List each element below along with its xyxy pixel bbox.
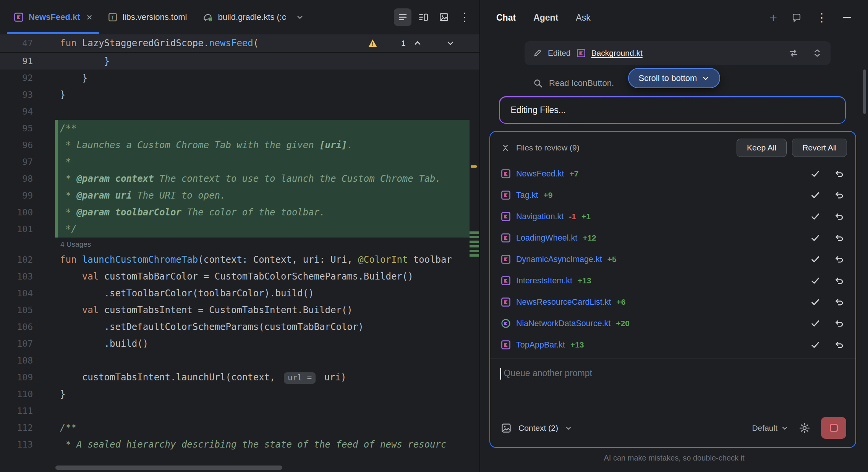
keep-check-icon[interactable]: [810, 233, 820, 243]
line-number[interactable]: 92: [0, 70, 57, 86]
history-icon[interactable]: [792, 13, 802, 23]
code-line[interactable]: 96 * Launches a Custom Chrome Tab with t…: [0, 137, 479, 154]
line-number[interactable]: 99: [0, 187, 57, 204]
line-number[interactable]: 98: [0, 170, 57, 187]
chat-scrollbar[interactable]: [863, 70, 866, 114]
line-number[interactable]: 96: [0, 137, 57, 154]
sticky-code-line[interactable]: 47 fun LazyStaggeredGridScope.newsFeed( …: [0, 34, 479, 53]
context-icon[interactable]: [501, 423, 512, 433]
revert-undo-icon[interactable]: [834, 340, 844, 350]
edited-file-entry[interactable]: Edited Background.kt: [525, 41, 831, 65]
code-line[interactable]: 97 *: [0, 154, 479, 170]
keep-all-button[interactable]: Keep All: [737, 139, 787, 157]
code-line[interactable]: 111: [0, 402, 479, 419]
file-name[interactable]: NewsFeed.kt: [516, 169, 564, 179]
line-number[interactable]: 102: [0, 251, 57, 268]
code-line[interactable]: 93 }: [0, 86, 479, 103]
line-number[interactable]: 109: [0, 369, 57, 386]
file-review-row[interactable]: InterestsItem.kt +13: [490, 270, 855, 291]
file-name[interactable]: NewsResourceCardList.kt: [516, 297, 611, 307]
close-icon[interactable]: ×: [87, 12, 92, 22]
file-review-row[interactable]: NiaNetworkDataSource.kt +20: [490, 313, 855, 334]
code-line[interactable]: 99 * @param uri The URI to open.: [0, 187, 479, 204]
keep-check-icon[interactable]: [810, 340, 820, 350]
file-name[interactable]: NiaNetworkDataSource.kt: [516, 319, 611, 328]
line-number[interactable]: 107: [0, 335, 57, 352]
keep-check-icon[interactable]: [810, 212, 820, 221]
collapse-icon[interactable]: [501, 143, 510, 152]
code-line[interactable]: 105 val customTabsIntent = CustomTabsInt…: [0, 302, 479, 318]
file-review-row[interactable]: DynamicAsyncImage.kt +5: [490, 249, 855, 270]
line-number[interactable]: 100: [0, 204, 57, 221]
line-number[interactable]: 103: [0, 268, 57, 285]
code-line[interactable]: 107 .build(): [0, 335, 479, 352]
code-line[interactable]: 100 * @param toolbarColor The color of t…: [0, 204, 479, 221]
file-name[interactable]: DynamicAsyncImage.kt: [516, 255, 602, 264]
context-dropdown[interactable]: Context (2): [518, 424, 558, 433]
new-chat-icon[interactable]: +: [769, 11, 777, 24]
revert-undo-icon[interactable]: [834, 212, 844, 221]
edited-file-link[interactable]: Background.kt: [591, 48, 643, 58]
horizontal-scrollbar[interactable]: [55, 466, 282, 470]
code-line[interactable]: 101 */: [0, 221, 479, 238]
code-line[interactable]: 103 val customTabBarColor = CustomTabCol…: [0, 268, 479, 285]
revert-undo-icon[interactable]: [834, 169, 844, 179]
usages-inlay-hint[interactable]: 4 Usages: [57, 238, 91, 251]
line-number[interactable]: 91: [0, 53, 57, 70]
code-line[interactable]: 92 }: [0, 70, 479, 86]
file-review-row[interactable]: Navigation.kt -1 +1: [490, 206, 855, 227]
line-number[interactable]: 101: [0, 221, 57, 238]
keep-check-icon[interactable]: [810, 276, 820, 286]
line-number[interactable]: 97: [0, 154, 57, 170]
line-number[interactable]: 112: [0, 419, 57, 436]
line-number[interactable]: 94: [0, 103, 57, 120]
file-name[interactable]: InterestsItem.kt: [516, 276, 572, 286]
code-line[interactable]: 98 * @param context The context to use t…: [0, 170, 479, 187]
file-review-row[interactable]: TopAppBar.kt +13: [490, 334, 855, 356]
revert-undo-icon[interactable]: [834, 190, 844, 200]
code-line[interactable]: 110 }: [0, 386, 479, 402]
revert-undo-icon[interactable]: [834, 297, 844, 307]
editor-tab-toml[interactable]: T libs.versions.toml: [100, 0, 195, 34]
expand-icon[interactable]: [812, 48, 822, 58]
scroll-to-bottom-button[interactable]: Scroll to bottom: [628, 68, 721, 88]
file-review-row[interactable]: Tag.kt +9: [490, 184, 855, 206]
stop-button[interactable]: [821, 417, 846, 439]
code-line[interactable]: 106 .setDefaultColorSchemeParams(customT…: [0, 318, 479, 335]
file-review-row[interactable]: NewsResourceCardList.kt +6: [490, 291, 855, 313]
code-line[interactable]: 94: [0, 103, 479, 120]
diff-icon[interactable]: [789, 48, 798, 58]
line-number[interactable]: 106: [0, 318, 57, 335]
code-line[interactable]: 112 /**: [0, 419, 479, 436]
file-name[interactable]: Tag.kt: [516, 191, 538, 200]
line-number[interactable]: 93: [0, 86, 57, 103]
kebab-menu-icon[interactable]: ⋮: [816, 12, 828, 23]
code-line[interactable]: 95 /**: [0, 120, 479, 137]
revert-undo-icon[interactable]: [834, 254, 844, 264]
line-number[interactable]: 108: [0, 352, 57, 369]
file-review-row[interactable]: NewsFeed.kt +7: [490, 163, 855, 184]
file-review-row[interactable]: LoadingWheel.kt +12: [490, 227, 855, 249]
tab-chat[interactable]: Chat: [496, 13, 516, 23]
editor-tab-gradle[interactable]: build.gradle.kts (:c: [194, 0, 294, 34]
view-code-icon[interactable]: [394, 8, 411, 26]
line-number[interactable]: 113: [0, 436, 57, 453]
chevron-down-icon[interactable]: [565, 425, 572, 432]
code-line[interactable]: 113 * A sealed hierarchy describing the …: [0, 436, 479, 453]
keep-check-icon[interactable]: [810, 297, 820, 307]
gear-icon[interactable]: [799, 422, 810, 434]
line-number[interactable]: 110: [0, 386, 57, 402]
minimize-icon[interactable]: [842, 13, 852, 23]
revert-undo-icon[interactable]: [834, 276, 844, 286]
prompt-input[interactable]: Queue another prompt: [490, 359, 855, 417]
code-line[interactable]: 108: [0, 352, 479, 369]
code-line[interactable]: 109 customTabsIntent.launchUrl(context, …: [0, 369, 479, 386]
chevron-down-icon[interactable]: [296, 13, 304, 21]
editor-tab-newsfeed[interactable]: NewsFeed.kt ×: [6, 0, 100, 34]
line-number[interactable]: 104: [0, 285, 57, 302]
read-file-entry[interactable]: Read IconButton.: [533, 76, 614, 90]
code-line[interactable]: 102 fun launchCustomChromeTab(context: C…: [0, 251, 479, 268]
file-name[interactable]: TopAppBar.kt: [516, 340, 565, 350]
tab-ask[interactable]: Ask: [576, 13, 590, 23]
scrollbar-warning-mark[interactable]: [471, 165, 477, 168]
